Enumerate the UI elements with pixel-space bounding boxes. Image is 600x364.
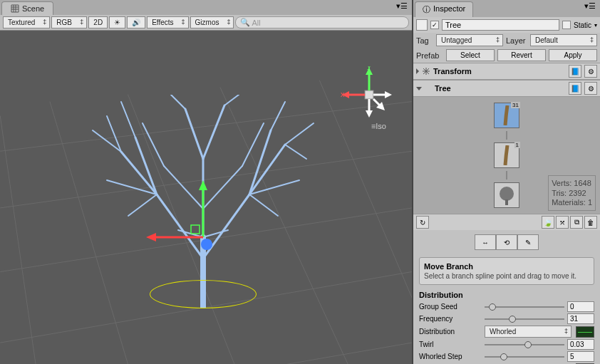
root-node[interactable] [494, 182, 519, 208]
inspector-menu-icon[interactable]: ▾☰ [581, 1, 599, 11]
scene-viewport[interactable]: y x ≡Iso [0, 31, 412, 364]
shading-dropdown[interactable]: Textured [3, 16, 50, 28]
tab-scene[interactable]: Scene [1, 1, 53, 15]
transform-header[interactable]: Transform 📘 ⚙ [413, 63, 600, 80]
prop-slider[interactable] [485, 340, 564, 350]
tag-label: Tag [416, 36, 433, 45]
prop-label: Whorled Step [419, 353, 482, 360]
edit-tools: ↔ ⟲ ✎ [413, 230, 600, 254]
static-dropdown-icon[interactable]: ▾ [594, 22, 597, 28]
svg-line-1 [0, 151, 412, 208]
prop-label: Frequency [419, 315, 482, 323]
svg-line-4 [0, 343, 412, 364]
gear-icon[interactable]: ⚙ [584, 82, 597, 95]
prop-row: Twirl0.03 [413, 338, 600, 350]
prop-row: Whorled Step5 [413, 350, 600, 363]
orientation-gizmo[interactable]: y x [341, 66, 398, 123]
audio-button[interactable]: 🔊 [127, 16, 145, 28]
gear-icon[interactable]: ⚙ [584, 65, 597, 78]
svg-line-2 [0, 208, 412, 272]
scene-tabbar: Scene ▾☰ [0, 0, 412, 15]
layer-label: Layer [506, 36, 527, 45]
branch-node[interactable]: 31 [494, 103, 519, 128]
svg-rect-44 [365, 90, 373, 99]
prop-label: Twirl [419, 340, 482, 348]
tree-base-ellipse [150, 280, 257, 308]
render-dropdown[interactable]: RGB [51, 16, 87, 28]
prefab-revert-button[interactable]: Revert [497, 49, 546, 61]
tree-stats: Verts: 1648 Tris: 2392 Materials: 1 [548, 175, 596, 211]
projection-label[interactable]: ≡Iso [371, 122, 386, 130]
expand-icon [416, 68, 419, 74]
active-checkbox[interactable]: ✓ [430, 21, 439, 29]
inspector-panel: ⓘ Inspector ▾☰ ✓ Static ▾ Tag Untagged L… [413, 0, 600, 364]
scene-toolbar: Textured RGB 2D ☀ 🔊 Effects Gizmos 🔍 All [0, 15, 412, 31]
svg-line-5 [0, 115, 36, 364]
info-icon: ⓘ [423, 4, 430, 15]
add-leaf-button[interactable]: 🍃 [542, 216, 554, 229]
svg-line-6 [50, 102, 128, 364]
panel-menu-icon[interactable]: ▾☰ [393, 1, 410, 11]
prop-value[interactable]: 0.03 [567, 339, 594, 350]
svg-rect-60 [505, 199, 508, 205]
prop-label: Group Seed [419, 303, 482, 311]
tree-header[interactable]: Tree 📘 ⚙ [413, 80, 600, 97]
svg-text:x: x [341, 90, 345, 98]
add-branch-button[interactable]: ⤱ [556, 216, 569, 229]
mode-2d-button[interactable]: 2D [88, 16, 108, 28]
tab-label: Scene [22, 4, 44, 13]
static-label: Static [574, 21, 591, 29]
svg-marker-54 [385, 91, 392, 98]
svg-point-59 [500, 187, 514, 201]
lighting-button[interactable]: ☀ [109, 16, 125, 28]
svg-text:y: y [367, 66, 371, 70]
search-icon: 🔍 [240, 18, 250, 27]
move-tool-button[interactable]: ↔ [475, 234, 496, 250]
tab-inspector[interactable]: ⓘ Inspector [415, 1, 473, 17]
distribution-heading: Distribution [413, 288, 600, 301]
expand-icon [416, 87, 422, 90]
help-icon[interactable]: 📘 [569, 65, 581, 78]
branch-node[interactable]: 1 [494, 142, 519, 168]
svg-marker-52 [366, 110, 373, 118]
scene-panel: Scene ▾☰ Textured RGB 2D ☀ 🔊 Effects Giz… [0, 0, 413, 364]
branch-icon [502, 105, 511, 125]
prop-value[interactable]: 5 [567, 351, 594, 362]
prefab-label: Prefab [416, 51, 443, 60]
prop-slider[interactable] [485, 314, 564, 324]
prop-slider[interactable] [485, 352, 564, 362]
grid-icon [11, 4, 19, 13]
name-field[interactable] [442, 19, 559, 31]
prop-value[interactable]: 0 [567, 301, 594, 312]
gameobject-icon[interactable] [416, 19, 428, 31]
prefab-apply-button[interactable]: Apply [549, 49, 597, 61]
help-icon[interactable]: 📘 [569, 82, 581, 95]
static-checkbox[interactable] [562, 21, 571, 29]
prop-dropdown[interactable]: Whorled [485, 326, 571, 338]
transform-icon [422, 67, 430, 76]
gizmos-dropdown[interactable]: Gizmos [190, 16, 234, 28]
duplicate-button[interactable]: ⧉ [570, 216, 583, 229]
prefab-select-button[interactable]: Select [446, 49, 495, 61]
tag-dropdown[interactable]: Untagged [436, 34, 503, 46]
tool-hint: Move Branch Select a branch spline point… [419, 257, 594, 285]
free-tool-button[interactable]: ✎ [517, 234, 539, 250]
tree-hierarchy: 31 1 Verts: 1648 Tris: 2392 Materials: 1 [413, 97, 600, 214]
svg-line-7 [128, 95, 234, 364]
effects-dropdown[interactable]: Effects [147, 16, 188, 28]
search-input[interactable]: 🔍 All [235, 16, 409, 28]
prop-value[interactable]: 31 [567, 313, 594, 324]
prop-row: Frequency31 [413, 313, 600, 325]
inspector-tabbar: ⓘ Inspector ▾☰ [413, 0, 600, 17]
prop-slider[interactable] [485, 302, 564, 312]
rotate-tool-button[interactable]: ⟲ [496, 234, 517, 250]
prop-row: Group Seed0 [413, 301, 600, 313]
refresh-button[interactable]: ↻ [416, 216, 429, 229]
delete-button[interactable]: 🗑 [584, 216, 597, 229]
tree-root-icon [497, 185, 517, 205]
curve-preview[interactable] [576, 326, 594, 338]
prop-label: Distribution [419, 328, 482, 336]
svg-line-8 [220, 88, 348, 364]
prop-row: DistributionWhorled [413, 325, 600, 338]
layer-dropdown[interactable]: Default [530, 34, 597, 46]
